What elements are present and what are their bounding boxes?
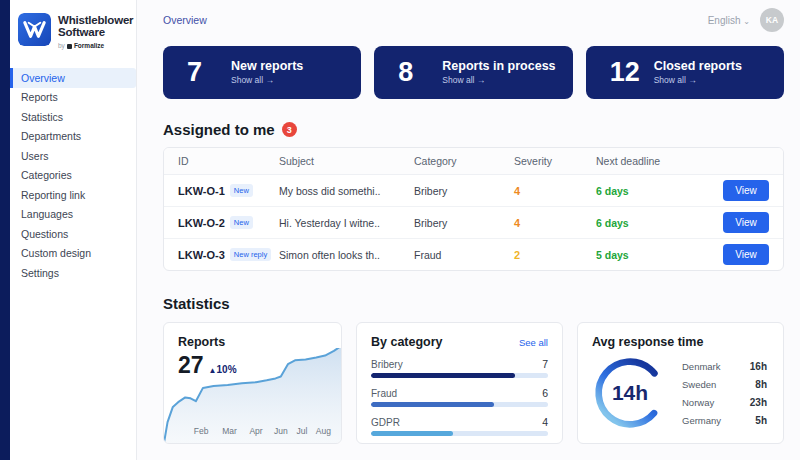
stat-card-closed-reports[interactable]: 12 Closed reports Show all → bbox=[586, 46, 784, 99]
see-all-link[interactable]: See all bbox=[519, 337, 548, 348]
language-selector[interactable]: English ⌄ bbox=[708, 15, 750, 26]
list-item: Sweden 8h bbox=[682, 379, 767, 390]
avg-response-value: 14h bbox=[592, 355, 668, 431]
stat-card-new-reports[interactable]: 7 New reports Show all → bbox=[163, 46, 361, 99]
report-severity: 4 bbox=[514, 217, 596, 229]
bar-row: Fraud 6 bbox=[371, 387, 548, 407]
formalize-logo-icon bbox=[67, 44, 72, 49]
statistics-cards-row: Reports 27 ▲10% bbox=[163, 322, 784, 444]
left-accent-rail bbox=[0, 0, 10, 460]
assigned-table: ID Subject Category Severity Next deadli… bbox=[163, 147, 784, 271]
sidebar-item-categories[interactable]: Categories bbox=[10, 166, 136, 186]
brand-name-line1: Whistleblower bbox=[58, 14, 133, 26]
table-row: LKW-O-2 New Hi. Yesterday I witne.. Brib… bbox=[164, 207, 783, 239]
report-category: Bribery bbox=[414, 217, 514, 229]
col-severity: Severity bbox=[514, 155, 596, 167]
sidebar-item-overview[interactable]: Overview bbox=[10, 68, 136, 88]
show-all-link[interactable]: Show all → bbox=[654, 75, 742, 85]
stat-label: New reports bbox=[231, 60, 303, 73]
bar-fill bbox=[371, 402, 494, 407]
assigned-count-badge: 3 bbox=[282, 122, 297, 137]
main-content: Overview English ⌄ KA 7 New reports Show… bbox=[137, 0, 800, 460]
by-category-title: By category bbox=[371, 335, 443, 349]
bar-label: GDPR bbox=[371, 417, 400, 428]
report-severity: 4 bbox=[514, 185, 596, 197]
sidebar-item-users[interactable]: Users bbox=[10, 146, 136, 166]
stat-label: Reports in process bbox=[442, 60, 555, 73]
view-button[interactable]: View bbox=[723, 212, 769, 233]
triangle-up-icon: ▲ bbox=[209, 366, 217, 375]
view-button[interactable]: View bbox=[723, 180, 769, 201]
sidebar-item-settings[interactable]: Settings bbox=[10, 263, 136, 283]
bar-label: Bribery bbox=[371, 359, 403, 370]
sidebar-item-languages[interactable]: Languages bbox=[10, 205, 136, 225]
col-category: Category bbox=[414, 155, 514, 167]
topbar: Overview English ⌄ KA bbox=[163, 0, 784, 40]
avg-response-card: Avg response time bbox=[577, 322, 784, 444]
brand-byline: by Formalize bbox=[58, 40, 133, 52]
col-id: ID bbox=[178, 155, 279, 167]
avg-response-title: Avg response time bbox=[592, 335, 769, 349]
arrow-right-icon: → bbox=[477, 75, 486, 85]
stat-value: 12 bbox=[610, 57, 644, 88]
response-donut-chart: 14h bbox=[592, 355, 668, 431]
assigned-to-me-title: Assigned to me 3 bbox=[163, 121, 784, 138]
report-deadline: 6 days bbox=[596, 185, 711, 197]
stat-value: 7 bbox=[187, 57, 221, 88]
arrow-right-icon: → bbox=[688, 75, 697, 85]
status-badge: New reply bbox=[230, 248, 271, 261]
sidebar-item-statistics[interactable]: Statistics bbox=[10, 107, 136, 127]
bar-row: GDPR 4 bbox=[371, 416, 548, 436]
status-badge: New bbox=[230, 184, 253, 197]
sidebar-item-questions[interactable]: Questions bbox=[10, 224, 136, 244]
col-deadline: Next deadline bbox=[596, 155, 711, 167]
report-category: Fraud bbox=[414, 249, 514, 261]
report-subject: My boss did somethi.. bbox=[279, 185, 414, 197]
x-axis-labels: Feb Mar Apr Jun Jul Aug bbox=[164, 426, 341, 438]
bar-label: Fraud bbox=[371, 388, 397, 399]
chevron-down-icon: ⌄ bbox=[743, 17, 750, 26]
bar-fill bbox=[371, 373, 515, 378]
stat-cards-row: 7 New reports Show all → 8 Reports in pr… bbox=[163, 46, 784, 99]
status-badge: New bbox=[230, 216, 253, 229]
brand-logo: Whistleblower Software by Formalize bbox=[10, 0, 136, 62]
brand-name-line2: Software bbox=[58, 26, 133, 38]
bar-value: 4 bbox=[542, 416, 548, 428]
report-deadline: 6 days bbox=[596, 217, 711, 229]
report-category: Bribery bbox=[414, 185, 514, 197]
list-item: Denmark 16h bbox=[682, 361, 767, 372]
table-row: LKW-O-3 New reply Simon often looks th..… bbox=[164, 239, 783, 270]
bar-row: Bribery 7 bbox=[371, 358, 548, 378]
sidebar-item-reporting-link[interactable]: Reporting link bbox=[10, 185, 136, 205]
show-all-link[interactable]: Show all → bbox=[442, 75, 555, 85]
bar-fill bbox=[371, 431, 453, 436]
reports-chart-card: Reports 27 ▲10% bbox=[163, 322, 342, 444]
report-severity: 2 bbox=[514, 249, 596, 261]
whistleblower-logo-icon bbox=[18, 13, 51, 46]
sidebar: Whistleblower Software by Formalize Over… bbox=[10, 0, 137, 460]
reports-delta: ▲10% bbox=[209, 364, 237, 375]
breadcrumb[interactable]: Overview bbox=[163, 14, 207, 26]
stat-card-reports-in-process[interactable]: 8 Reports in process Show all → bbox=[374, 46, 572, 99]
report-id: LKW-O-3 bbox=[178, 249, 225, 261]
table-row: LKW-O-1 New My boss did somethi.. Briber… bbox=[164, 175, 783, 207]
response-country-list: Denmark 16h Sweden 8h Norway 23h Germa bbox=[682, 361, 769, 426]
sidebar-item-reports[interactable]: Reports bbox=[10, 88, 136, 108]
report-id: LKW-O-1 bbox=[178, 185, 225, 197]
sidebar-menu: Overview Reports Statistics Departments … bbox=[10, 68, 136, 283]
stat-label: Closed reports bbox=[654, 60, 742, 73]
report-id: LKW-O-2 bbox=[178, 217, 225, 229]
stat-value: 8 bbox=[398, 57, 432, 88]
show-all-link[interactable]: Show all → bbox=[231, 75, 303, 85]
arrow-right-icon: → bbox=[266, 75, 275, 85]
sidebar-item-custom-design[interactable]: Custom design bbox=[10, 244, 136, 264]
view-button[interactable]: View bbox=[723, 244, 769, 265]
table-header-row: ID Subject Category Severity Next deadli… bbox=[164, 148, 783, 175]
avatar[interactable]: KA bbox=[760, 8, 784, 32]
statistics-title: Statistics bbox=[163, 295, 784, 312]
reports-total: 27 bbox=[178, 352, 204, 379]
list-item: Norway 23h bbox=[682, 397, 767, 408]
sidebar-item-departments[interactable]: Departments bbox=[10, 127, 136, 147]
report-subject: Simon often looks th.. bbox=[279, 249, 414, 261]
list-item: Germany 5h bbox=[682, 415, 767, 426]
